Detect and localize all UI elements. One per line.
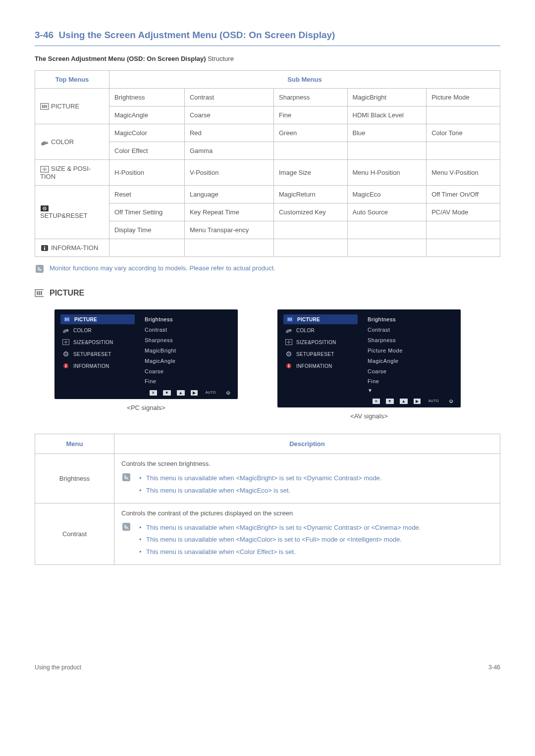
topmenu-picture: PICTURE [35, 89, 109, 124]
close-icon: ✕ [150, 390, 157, 396]
svg-point-4 [46, 142, 47, 143]
osd-caption-av: <AV signals> [350, 412, 388, 420]
osd-item-setupreset: SETUP&RESET [60, 348, 135, 360]
up-icon: ▲ [400, 399, 408, 404]
osd-bottom-bar: ✕ ▼ ▲ ▶ AUTO ⏻ [283, 397, 455, 405]
svg-point-24 [65, 353, 67, 355]
auto-label: AUTO [204, 390, 218, 396]
footer-right: 3-46 [488, 664, 500, 671]
color-icon [40, 139, 49, 146]
information-icon [40, 245, 49, 252]
osd-item-information: INFORMATION [60, 360, 135, 372]
osd-bottom-bar: ✕ ▼ ▲ ▶ AUTO ⏻ [60, 389, 232, 397]
svg-rect-31 [291, 318, 292, 321]
structure-note: Monitor functions may vary according to … [35, 264, 500, 274]
svg-rect-16 [41, 291, 42, 295]
section-title: 3-46 Using the Screen Adjustment Menu (O… [35, 30, 500, 46]
svg-point-37 [288, 364, 289, 365]
osd-caption-pc: <PC signals> [127, 404, 165, 411]
svg-point-26 [65, 364, 66, 365]
osd-left-menu: PICTURE COLOR SIZE&POSITION SETUP&RESET … [60, 314, 135, 387]
osd-right-list-av: Brightness Contrast Sharpness Picture Mo… [368, 314, 455, 395]
up-icon: ▲ [177, 390, 185, 396]
setupreset-icon [40, 205, 49, 212]
right-icon: ▶ [414, 399, 421, 404]
topmenu-setupreset: SETUP&RESET [35, 185, 109, 239]
power-icon: ⏻ [224, 390, 232, 396]
th-menu: Menu [35, 434, 114, 454]
right-icon: ▶ [191, 390, 198, 396]
svg-rect-20 [68, 318, 69, 321]
sizeposition-icon [40, 166, 49, 173]
osd-item-information: INFORMATION [283, 360, 358, 372]
svg-rect-30 [289, 318, 290, 321]
note-icon [35, 264, 45, 274]
th-top-menus: Top Menus [35, 71, 109, 89]
svg-rect-18 [65, 318, 66, 321]
desc-brightness: Controls the screen brightness. This men… [114, 454, 500, 503]
svg-rect-27 [65, 365, 66, 367]
svg-rect-29 [288, 318, 289, 321]
power-icon: ⏻ [447, 399, 455, 404]
down-icon: ▼ [163, 390, 171, 396]
topmenu-color: COLOR [35, 124, 109, 160]
osd-av: PICTURE COLOR SIZE&POSITION SETUP&RESET … [277, 309, 461, 407]
structure-subtitle: The Screen Adjustment Menu (OSD: On Scre… [35, 55, 500, 62]
svg-rect-19 [66, 318, 67, 321]
structure-table: Top Menus Sub Menus PICTURE Brightness C… [35, 70, 500, 257]
svg-rect-1 [42, 105, 44, 108]
section-number: 3-46 [35, 30, 54, 40]
picture-heading: PICTURE [35, 289, 500, 298]
th-description: Description [114, 434, 500, 454]
svg-rect-38 [288, 365, 289, 367]
osd-left-menu-av: PICTURE COLOR SIZE&POSITION SETUP&RESET … [283, 314, 358, 395]
topmenu-sizeposition: SIZE & POSI-TION [35, 160, 109, 186]
svg-rect-3 [46, 105, 47, 108]
note-icon [121, 522, 131, 532]
picture-icon [40, 103, 49, 110]
description-table: Menu Description Brightness Controls the… [35, 434, 500, 564]
osd-pc: PICTURE COLOR SIZE&POSITION SETUP&RESET … [54, 309, 238, 399]
svg-point-8 [44, 208, 45, 209]
topmenu-information: INFORMA-TION [35, 239, 109, 257]
auto-label: AUTO [427, 399, 441, 404]
section-heading: Using the Screen Adjustment Menu (OSD: O… [59, 30, 335, 40]
osd-item-setupreset: SETUP&RESET [283, 348, 358, 360]
osd-item-picture: PICTURE [60, 314, 135, 324]
menu-contrast: Contrast [35, 503, 114, 564]
svg-point-21 [67, 329, 68, 330]
svg-point-10 [44, 246, 45, 247]
osd-item-color: COLOR [283, 324, 358, 336]
th-sub-menus: Sub Menus [109, 71, 500, 89]
svg-rect-11 [44, 248, 45, 250]
down-icon: ▼ [386, 399, 394, 404]
osd-item-sizeposition: SIZE&POSITION [283, 336, 358, 348]
chevron-down-icon: ▼ [368, 386, 455, 395]
close-icon: ✕ [373, 399, 380, 404]
footer-left: Using the product [35, 664, 81, 671]
svg-point-32 [290, 329, 291, 330]
menu-brightness: Brightness [35, 454, 114, 503]
osd-item-sizeposition: SIZE&POSITION [60, 336, 135, 348]
osd-screenshots: PICTURE COLOR SIZE&POSITION SETUP&RESET … [54, 309, 500, 420]
osd-item-color: COLOR [60, 324, 135, 336]
picture-icon [35, 290, 44, 297]
osd-item-picture: PICTURE [283, 314, 358, 324]
svg-rect-2 [44, 105, 46, 108]
svg-point-35 [288, 353, 290, 355]
page-footer: Using the product 3-46 [35, 664, 500, 671]
svg-rect-15 [39, 291, 40, 295]
desc-contrast: Controls the contrast of the pictures di… [114, 503, 500, 564]
svg-rect-14 [37, 291, 38, 295]
note-icon [121, 472, 131, 482]
osd-right-list-pc: Brightness Contrast Sharpness MagicBrigh… [145, 314, 232, 387]
